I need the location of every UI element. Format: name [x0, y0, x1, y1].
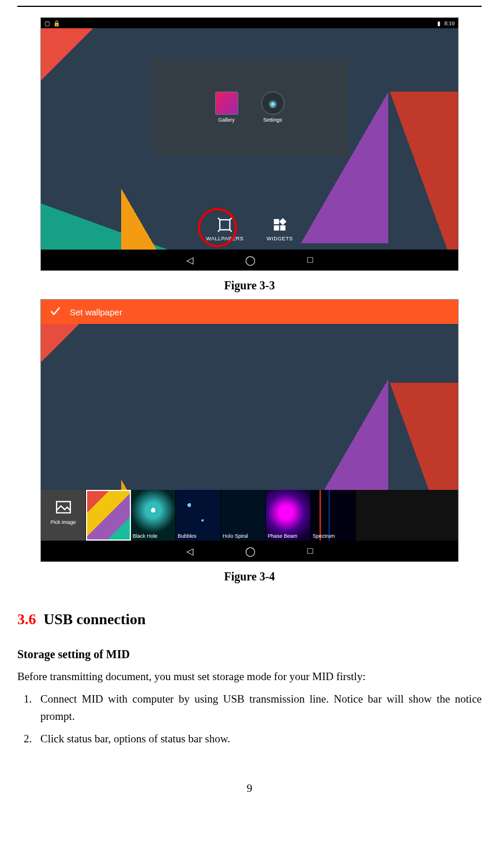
svg-rect-5	[57, 501, 70, 513]
svg-rect-2	[274, 225, 279, 231]
image-icon	[56, 501, 71, 517]
section-number: 3.6	[17, 611, 36, 628]
checkmark-icon	[49, 305, 62, 319]
status-time: 8:10	[444, 20, 455, 27]
wallpaper-thumb-holo-spiral[interactable]: Holo Spiral	[221, 490, 266, 541]
nav-back-icon-2[interactable]: ◁	[186, 546, 193, 557]
step-2: Click status bar, options of status bar …	[35, 730, 482, 747]
svg-rect-3	[280, 225, 286, 231]
section-heading: 3.6 USB connection	[17, 611, 482, 628]
wallpaper-thumb-black-hole[interactable]: Black Hole	[131, 490, 176, 541]
home-options-row: WALLPAPERS WIDGETS	[206, 216, 293, 241]
steps-list: Connect MID with computer by using USB t…	[17, 690, 482, 747]
nav-recent-icon[interactable]: □	[307, 255, 313, 265]
figure-3-4-screenshot: Set wallpaper Pick image Black Hole Bubb…	[40, 299, 459, 562]
nav-back-icon[interactable]: ◁	[186, 255, 193, 266]
widgets-icon	[271, 216, 288, 233]
set-wallpaper-header[interactable]: Set wallpaper	[41, 300, 458, 324]
wallpaper-thumb-label-2: Bubbles	[178, 533, 219, 539]
section-title: USB connection	[44, 611, 146, 628]
page-number: 9	[17, 782, 482, 806]
pick-image-option[interactable]: Pick image	[41, 490, 86, 541]
orientation-lock-icon: ▢	[44, 20, 50, 27]
wallpaper-thumb-label-5: Spectrum	[313, 533, 354, 539]
figure-3-3-caption: Figure 3-3	[17, 279, 482, 292]
gallery-icon	[215, 92, 238, 115]
wallpaper-thumb-label-3: Holo Spiral	[223, 533, 264, 539]
wallpapers-label: WALLPAPERS	[206, 236, 243, 241]
android-nav-bar: ◁ ◯ □	[41, 250, 458, 270]
wallpaper-thumb-phase-beam[interactable]: Phase Beam	[266, 490, 311, 541]
pick-image-label: Pick image	[50, 519, 76, 525]
widgets-option[interactable]: WIDGETS	[267, 216, 293, 241]
android-status-bar: ▢ 🔒 ▮ 8:10	[41, 18, 458, 28]
wallpaper-thumb-bubbles[interactable]: Bubbles	[176, 490, 221, 541]
set-wallpaper-label: Set wallpaper	[70, 307, 122, 317]
nav-recent-icon-2[interactable]: □	[307, 546, 313, 556]
wallpaper-thumb-label-1: Black Hole	[133, 533, 174, 539]
widgets-label: WIDGETS	[267, 236, 293, 241]
wallpaper-strip: Pick image Black Hole Bubbles Holo Spira…	[41, 490, 458, 541]
android-nav-bar-2: ◁ ◯ □	[41, 541, 458, 561]
svg-rect-1	[274, 219, 279, 224]
page-top-rule	[17, 6, 482, 7]
settings-icon: ◉	[261, 92, 284, 115]
app-selection-panel: Gallery ◉ Settings	[152, 58, 348, 156]
figure-3-3-screenshot: ▢ 🔒 ▮ 8:10 Gallery ◉ Settings	[40, 17, 459, 271]
lock-icon: 🔒	[53, 20, 60, 27]
svg-rect-4	[279, 218, 287, 225]
settings-label: Settings	[263, 117, 282, 123]
subsection-heading: Storage setting of MID	[17, 648, 482, 661]
step-1: Connect MID with computer by using USB t…	[35, 690, 482, 724]
wallpaper-thumb-spectrum[interactable]: Spectrum	[311, 490, 356, 541]
intro-text: Before transmitting document, you must s…	[17, 668, 482, 685]
svg-rect-0	[220, 220, 230, 229]
wallpapers-option[interactable]: WALLPAPERS	[206, 216, 243, 241]
app-gallery[interactable]: Gallery	[215, 92, 238, 123]
figure-3-4-caption: Figure 3-4	[17, 570, 482, 583]
battery-icon: ▮	[437, 20, 441, 27]
wallpapers-icon	[216, 216, 234, 233]
wallpaper-thumb-label-4: Phase Beam	[268, 533, 309, 539]
nav-home-icon-2[interactable]: ◯	[245, 546, 256, 557]
app-settings[interactable]: ◉ Settings	[261, 92, 284, 123]
nav-home-icon[interactable]: ◯	[245, 255, 256, 266]
gallery-label: Gallery	[218, 117, 235, 123]
wallpaper-thumb-current[interactable]	[86, 490, 131, 541]
